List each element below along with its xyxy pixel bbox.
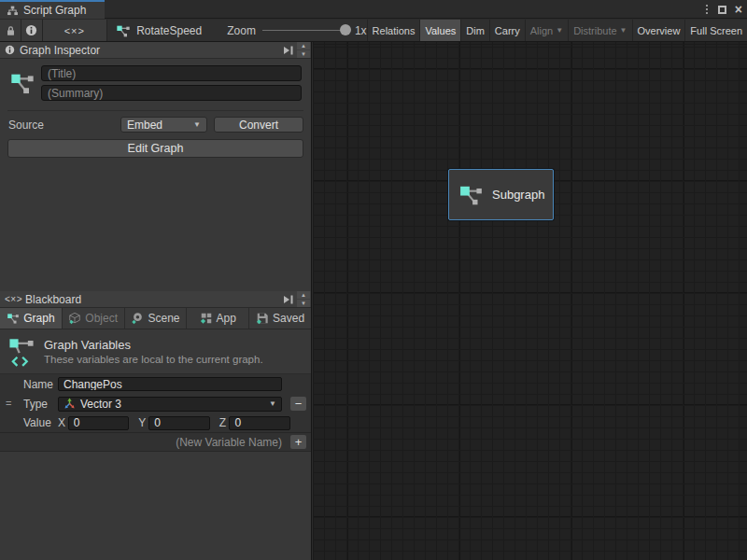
zoom-slider-knob[interactable] [340,24,351,35]
y-label: Y [138,416,148,429]
blackboard-tabs: Graph Object Scene App [0,308,311,329]
overview-button[interactable]: Overview [632,20,685,41]
breadcrumb[interactable]: RotateSpeed [116,20,202,41]
info-button[interactable] [21,20,42,41]
graph-variables-icon [7,312,20,325]
sidebar: Graph Inspector ▲ ▼ [0,42,312,560]
summary-field[interactable] [41,85,302,101]
tab-app[interactable]: App [187,308,249,329]
panel-scroll-arrows: ▲ ▼ [297,42,310,58]
breadcrumb-label: RotateSpeed [136,24,202,37]
title-field[interactable] [41,65,302,81]
relations-button[interactable]: Relations [367,20,420,41]
new-variable-field[interactable]: (New Variable Name) [0,436,290,449]
node-label: Subgraph [492,188,544,202]
variable-value-row: Value X Y Z [0,413,311,432]
cube-icon [68,312,81,325]
lock-button[interactable] [0,20,21,41]
tab-script-graph[interactable]: Script Graph [0,0,105,19]
chevron-down-icon: ▼ [620,27,627,35]
panel-scroll-arrows: ▲ ▼ [297,291,310,307]
distribute-button[interactable]: Distribute▼ [568,20,631,41]
sidebar-empty-area [0,452,311,560]
script-graph-icon [116,23,131,38]
zoom-slider[interactable] [262,30,348,31]
dock-panel-icon[interactable] [283,295,294,304]
scroll-up-button[interactable]: ▲ [297,42,310,49]
tab-scene[interactable]: Scene [125,308,188,329]
info-icon [5,45,15,55]
info-icon [25,24,37,36]
close-icon[interactable]: × [735,3,742,16]
section-title: Graph Variables [44,338,263,352]
graph-variables-icon [7,337,35,367]
zoom-value: 1x [355,24,367,37]
x-label: X [58,416,68,429]
tab-label: Script Graph [23,4,86,17]
script-graph-window: Script Graph × <×> RotateSpeed Zo [0,0,747,560]
name-label: Name [0,378,58,391]
save-disk-icon [256,312,269,325]
carry-button[interactable]: Carry [489,20,525,41]
chevron-down-icon: ▼ [556,27,563,35]
drag-handle[interactable]: = [6,398,11,409]
source-label: Source [7,119,120,132]
tab-object[interactable]: Object [63,308,125,329]
variable-type-row: = Type Vector 3 ▼ − [0,394,311,413]
scene-icon [131,312,144,325]
graph-variables-section: Graph Variables These variables are loca… [0,329,311,374]
blackboard-icon: <×> [5,294,22,304]
chevron-down-icon: ▼ [193,121,201,129]
script-graph-icon [7,65,37,101]
variable-name-row: Name [0,374,311,394]
type-dropdown[interactable]: Vector 3 ▼ [58,397,282,412]
variables-toggle-button[interactable]: <×> [43,20,108,41]
source-dropdown[interactable]: Embed ▼ [120,117,207,133]
variable-row-changepos: Name = Type Vector 3 ▼ − Value X [0,374,311,433]
section-description: These variables are local to the current… [44,354,263,365]
y-field[interactable] [148,416,210,430]
maximize-icon[interactable] [718,6,726,14]
graph-inspector-header: Graph Inspector ▲ ▼ [0,42,311,59]
scroll-down-button[interactable]: ▼ [297,50,310,58]
title-bar: Script Graph × [0,0,747,19]
value-label: Value [0,416,58,429]
variable-name-field[interactable] [58,377,282,391]
app-grid-icon [200,312,213,325]
tab-saved[interactable]: Saved [249,308,311,329]
panel-title: Blackboard [25,293,81,306]
values-button[interactable]: Values [419,20,460,41]
chevron-down-icon: ▼ [269,400,276,408]
convert-button[interactable]: Convert [214,117,303,133]
script-graph-icon [459,183,484,207]
blackboard-header: <×> Blackboard ▲ ▼ [0,291,311,308]
graph-hierarchy-icon [7,5,19,17]
align-button[interactable]: Align▼ [525,20,568,41]
graph-inspector-body: Source Embed ▼ Convert Edit Graph [0,59,311,291]
toolbar: <×> RotateSpeed Zoom 1x Relations Values… [0,20,747,42]
panel-title: Graph Inspector [20,44,100,57]
zoom-label: Zoom [227,24,256,37]
new-variable-row: (New Variable Name) + [0,433,311,452]
subgraph-node[interactable]: Subgraph [448,169,554,220]
toolbar-right-group: Relations Values Dim Carry Align▼ Distri… [367,20,747,41]
edit-graph-button[interactable]: Edit Graph [7,139,303,158]
scroll-up-button[interactable]: ▲ [297,291,310,299]
scroll-down-button[interactable]: ▼ [297,300,310,307]
lock-icon [6,25,16,36]
add-variable-button[interactable]: + [290,435,306,449]
z-field[interactable] [229,416,290,430]
x-field[interactable] [68,416,130,430]
tab-graph[interactable]: Graph [0,308,63,329]
z-label: Z [219,416,230,429]
dock-panel-icon[interactable] [283,46,294,55]
remove-variable-button[interactable]: − [290,397,306,411]
dim-button[interactable]: Dim [460,20,489,41]
full-screen-button[interactable]: Full Screen [684,20,747,41]
graph-canvas[interactable]: Subgraph [313,42,747,560]
zoom-control: Zoom 1x [227,20,366,41]
vector3-icon [63,398,76,410]
window-menu-icon[interactable] [704,3,710,16]
divider [7,110,303,111]
